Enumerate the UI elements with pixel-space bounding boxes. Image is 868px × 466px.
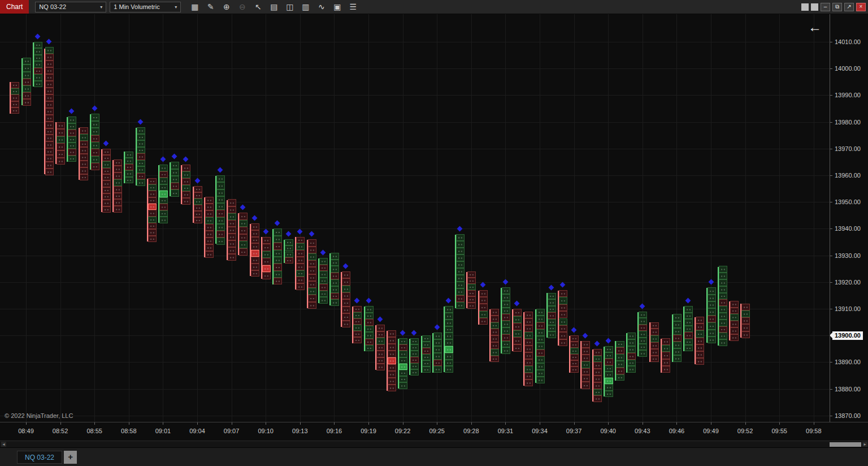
price-line [272, 229, 274, 284]
window-title: Chart [0, 0, 29, 14]
time-axis-label: 08:49 [18, 428, 34, 434]
price-line [33, 42, 34, 87]
volume-cell [228, 199, 236, 206]
strategies-icon[interactable]: ▣ [332, 2, 342, 12]
price-line [478, 291, 479, 325]
scroll-right-icon[interactable]: ▸ [862, 442, 867, 447]
volume-cell [194, 192, 202, 199]
price-line [546, 293, 548, 338]
volume-cell [91, 149, 99, 156]
price-line [718, 267, 719, 346]
close-button[interactable]: × [856, 3, 866, 11]
scroll-back-arrow-icon[interactable]: ← [808, 20, 822, 34]
volume-cell [365, 306, 374, 312]
chart-trader-icon[interactable]: ◫ [284, 2, 295, 12]
volume-cell [536, 350, 545, 356]
trade-marker-icon [34, 34, 40, 40]
volume-cell [524, 312, 533, 318]
volume-cell [650, 329, 659, 335]
scrollbar-thumb[interactable] [830, 442, 861, 447]
snapshot-icon[interactable]: ▤ [268, 2, 279, 12]
volume-cell [410, 363, 419, 369]
volume-cell [410, 357, 419, 363]
drawing-tools-icon[interactable]: ✎ [205, 2, 216, 12]
volume-cell [23, 72, 31, 79]
price-axis[interactable]: 13900.00 14010.0014000.0013990.0013980.0… [830, 14, 868, 422]
data-grid-icon[interactable]: ▦ [189, 2, 200, 12]
price-tick [830, 282, 832, 283]
volume-cell [331, 279, 339, 286]
volume-cell [80, 141, 88, 148]
price-line [318, 258, 319, 303]
volume-cell [513, 309, 522, 316]
instrument-link-icon[interactable] [801, 3, 809, 11]
trade-marker-icon [445, 298, 451, 304]
volume-cell [102, 168, 111, 174]
volume-cell [673, 342, 682, 348]
volume-cell [741, 304, 750, 310]
interval-link-icon[interactable] [811, 3, 818, 11]
price-axis-label: 13990.00 [835, 92, 861, 98]
volume-cell [741, 310, 750, 317]
volume-cell [331, 293, 339, 300]
volume-cell [708, 316, 716, 322]
price-axis-label: 13980.00 [835, 119, 861, 126]
volume-cell [662, 338, 670, 345]
trade-marker-icon [172, 154, 177, 159]
indicators-icon[interactable]: ∿ [316, 2, 327, 12]
restore-button[interactable]: ⧉ [832, 3, 842, 11]
volume-cell [239, 234, 248, 241]
volume-cell [125, 170, 133, 176]
volume-cell [422, 366, 431, 373]
cursor-icon[interactable]: ↖ [253, 2, 263, 12]
candle [444, 306, 453, 373]
volume-cell [274, 243, 282, 249]
price-line [592, 350, 593, 402]
time-axis-label: 09:13 [292, 428, 308, 434]
volume-cell [102, 174, 111, 180]
price-line [55, 122, 57, 164]
volume-cell [194, 186, 202, 192]
time-tick [129, 422, 129, 425]
tab-nq-03-22[interactable]: NQ 03-22 [17, 451, 62, 464]
instrument-selector[interactable]: NQ 03-22 ▾ [35, 2, 106, 12]
trade-marker-icon [103, 140, 108, 146]
add-tab-button[interactable]: + [64, 451, 77, 464]
price-line [626, 333, 627, 372]
volume-cell [616, 347, 624, 354]
minimize-button[interactable]: – [821, 3, 830, 11]
volume-cell [650, 356, 659, 363]
time-axis-label: 09:34 [532, 428, 548, 434]
volume-cell [570, 335, 579, 342]
time-axis-label: 09:19 [361, 428, 376, 434]
volume-cell [296, 250, 305, 257]
time-tick [814, 422, 814, 425]
scroll-left-icon[interactable]: ◂ [1, 442, 6, 447]
volume-cell [684, 313, 693, 319]
volume-cell [171, 162, 179, 169]
volume-cell [34, 42, 42, 48]
time-axis[interactable]: 08:4908:5208:5508:5809:0109:0409:0709:10… [0, 422, 868, 441]
bar-type-icon[interactable]: ▥ [300, 2, 311, 12]
volume-cell [91, 121, 99, 128]
volume-cell [581, 341, 590, 348]
volume-cell [137, 153, 145, 160]
price-tick [830, 309, 832, 309]
chart-plot[interactable]: © 2022 NinjaTrader, LLC ← [0, 14, 830, 422]
candle [158, 165, 168, 223]
volume-cell [114, 159, 122, 166]
trade-marker-icon [708, 279, 714, 285]
candle [307, 239, 316, 309]
gridline-vertical [94, 14, 95, 422]
zoom-in-icon[interactable]: ⊕ [221, 2, 232, 12]
undock-button[interactable]: ↗ [844, 3, 854, 11]
gridline-vertical [814, 14, 814, 422]
volume-cell [491, 309, 499, 316]
interval-selector[interactable]: 1 Min Volumetric ▾ [110, 2, 181, 12]
volume-cell [616, 361, 624, 368]
volume-cell [605, 352, 613, 359]
volume-cell [422, 342, 431, 348]
zoom-out-icon[interactable]: ⊖ [237, 2, 248, 12]
properties-icon[interactable]: ☰ [348, 2, 358, 12]
volume-cell [376, 325, 385, 331]
